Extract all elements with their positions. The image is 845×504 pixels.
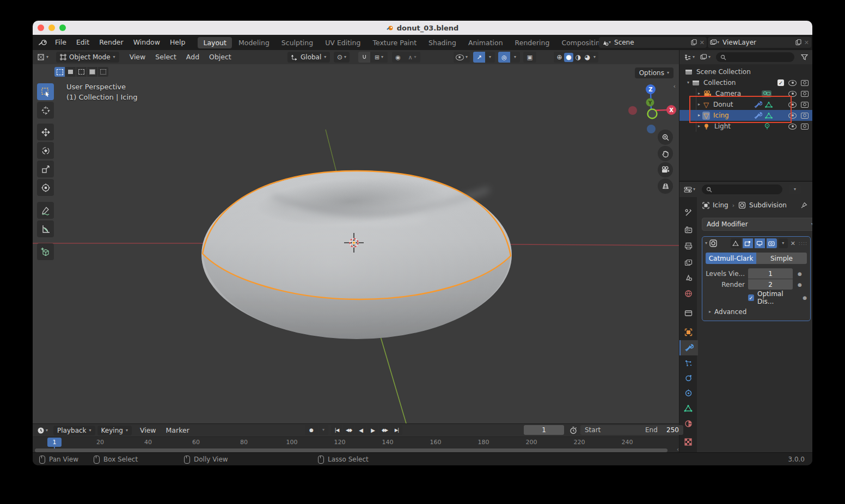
hide-eye-icon[interactable] (788, 102, 797, 108)
tab-rendering[interactable]: Rendering (510, 37, 555, 48)
menu-select[interactable]: Select (150, 50, 181, 65)
collection-expand-icon[interactable]: ▾ (687, 81, 689, 85)
shading-material[interactable]: ◑ (573, 53, 583, 62)
modifier-extras-dropdown[interactable]: ▾ (779, 238, 788, 248)
outliner-display-mode[interactable]: ▾ (700, 54, 711, 60)
catmull-clark-button[interactable]: Catmull-Clark (706, 253, 756, 264)
outliner-row-scene-collection[interactable]: Scene Collection (679, 66, 812, 77)
tab-particles[interactable] (679, 355, 697, 371)
tab-texture[interactable] (679, 434, 697, 450)
blender-logo-icon[interactable] (38, 39, 48, 46)
delete-modifier-icon[interactable]: ✕ (791, 240, 795, 247)
hide-eye-icon[interactable] (788, 124, 797, 130)
proportional-falloff-dropdown[interactable]: ∧▾ (404, 52, 420, 63)
modifier-wrench-badge[interactable] (754, 101, 762, 108)
render-levels-field[interactable]: 2 (748, 279, 793, 290)
advanced-section-toggle[interactable]: ▸ Advanced (706, 308, 807, 316)
render-visibility-icon[interactable] (801, 102, 809, 108)
expand-icon[interactable]: ▸ (698, 102, 700, 107)
outliner-row-donut[interactable]: ▸ ▽ Donut (679, 99, 812, 110)
gizmo-z-neg-axis[interactable] (647, 125, 656, 133)
expand-icon[interactable]: ▸ (698, 113, 700, 118)
prev-keyframe-button[interactable]: ◀◆ (343, 425, 354, 435)
timeline-view-menu[interactable]: View (135, 424, 161, 437)
unlink-scene-icon[interactable]: ✕ (700, 39, 705, 46)
render-visibility-icon[interactable] (801, 80, 809, 86)
close-window-button[interactable] (38, 24, 44, 31)
scene-selector[interactable]: ▾ Scene ✕ (599, 37, 707, 48)
editor-type-timeline[interactable]: ▾ (37, 427, 48, 434)
end-frame-field[interactable]: End 250 (641, 425, 683, 435)
timeline-marker-menu[interactable]: Marker (161, 424, 194, 437)
add-modifier-button[interactable]: Add Modifier ▾ (702, 218, 812, 231)
overlays-toggle[interactable]: ◎ (498, 52, 510, 63)
tool-move[interactable] (37, 124, 54, 140)
properties-options-dropdown[interactable]: ▾ (789, 185, 801, 194)
levels-viewport-field[interactable]: 1 (748, 268, 793, 279)
start-frame-field[interactable]: Start 1 (580, 425, 649, 435)
shading-rendered[interactable]: ◕ (583, 53, 592, 62)
snap-toggle[interactable]: ∩ (358, 52, 370, 63)
jump-to-start-button[interactable]: |◀ (331, 425, 342, 435)
tool-cursor[interactable] (37, 102, 54, 119)
tab-texture-paint[interactable]: Texture Paint (367, 37, 422, 48)
light-data-badge[interactable] (763, 122, 771, 130)
playback-menu[interactable]: Playback▾ (53, 426, 95, 435)
visibility-dropdown[interactable]: ▾ (454, 52, 470, 63)
menu-edit[interactable]: Edit (71, 35, 94, 50)
toggle-realtime-display[interactable] (755, 238, 765, 248)
properties-search[interactable] (702, 185, 782, 194)
tool-transform[interactable] (37, 179, 54, 196)
tab-object-data[interactable] (679, 401, 697, 416)
tab-collection-props[interactable] (679, 305, 697, 321)
use-preview-range-icon[interactable] (570, 426, 577, 434)
tool-measure[interactable] (37, 220, 54, 237)
hide-eye-icon[interactable] (788, 113, 797, 119)
tab-uv-editing[interactable]: UV Editing (320, 37, 366, 48)
pin-icon[interactable] (800, 202, 807, 209)
simple-button[interactable]: Simple (756, 253, 807, 264)
hide-eye-icon[interactable] (788, 80, 797, 86)
expand-icon[interactable]: ▸ (698, 91, 700, 96)
toggle-orthographic-button[interactable] (658, 179, 673, 194)
outliner-row-icing[interactable]: ▸ ▽ Icing (679, 110, 812, 121)
current-frame-field[interactable]: 1 (524, 425, 564, 435)
animate-dot-icon[interactable]: ● (798, 271, 802, 276)
animate-dot-icon[interactable]: ● (803, 295, 807, 300)
tab-output[interactable] (679, 238, 697, 254)
tab-layout[interactable]: Layout (198, 37, 232, 48)
tool-rotate[interactable] (37, 142, 54, 159)
tab-modeling[interactable]: Modeling (233, 37, 275, 48)
auto-keying-dropdown[interactable]: ▾ (319, 425, 328, 435)
mesh-data-badge[interactable] (764, 112, 773, 119)
proportional-edit-toggle[interactable]: ◉ (392, 52, 404, 63)
render-visibility-icon[interactable] (801, 113, 809, 119)
toggle-on-cage[interactable] (731, 238, 741, 248)
optimal-display-checkbox[interactable]: ✓ (748, 294, 754, 301)
collection-checkbox[interactable]: ✓ (777, 79, 784, 86)
outliner-row-collection[interactable]: ▾ Collection ✓ (679, 77, 812, 88)
tab-scene[interactable] (679, 270, 697, 285)
select-mode-invert[interactable] (87, 67, 97, 77)
snap-with-dropdown[interactable]: ⊞▾ (370, 52, 388, 63)
gizmo-toggle[interactable]: ↗ (473, 52, 485, 63)
object-crumb-icon[interactable] (702, 202, 709, 209)
tab-physics[interactable] (679, 370, 697, 385)
mesh-data-badge[interactable] (764, 101, 773, 108)
new-viewlayer-icon[interactable] (795, 39, 801, 46)
mode-selector[interactable]: Object Mode ▾ (56, 52, 119, 63)
select-mode-extend[interactable] (65, 67, 76, 77)
crumb-object-name[interactable]: Icing (713, 201, 728, 209)
animate-dot-icon[interactable]: ● (798, 282, 802, 287)
hide-eye-icon[interactable] (788, 91, 797, 97)
modifier-wrench-badge[interactable] (754, 112, 762, 119)
gizmo-y-neg-axis[interactable] (648, 109, 657, 119)
navigation-gizmo[interactable]: Z Y X (625, 82, 677, 134)
next-keyframe-button[interactable]: ◆▶ (379, 425, 390, 435)
tab-shading[interactable]: Shading (423, 37, 462, 48)
menu-object[interactable]: Object (204, 50, 236, 65)
pivot-point[interactable]: ⊙▾ (334, 52, 350, 63)
menu-render[interactable]: Render (94, 35, 128, 50)
menu-window[interactable]: Window (128, 35, 165, 50)
playhead-badge[interactable]: 1 (47, 438, 62, 447)
